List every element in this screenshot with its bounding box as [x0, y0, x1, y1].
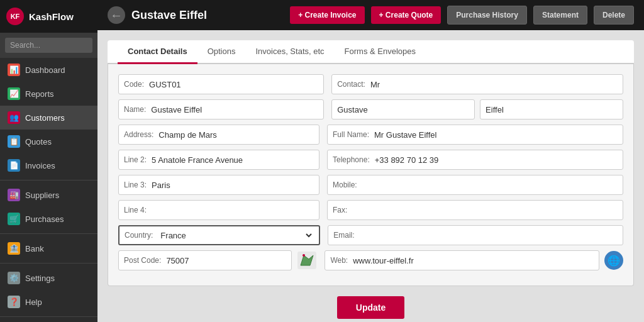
line2-label: Line 2:: [124, 155, 147, 164]
sidebar-item-settings[interactable]: ⚙️ Settings: [0, 266, 97, 290]
form-row-1: Code: GUST01 Contact: Mr: [118, 74, 623, 94]
sidebar-label-help: Help: [25, 297, 42, 307]
postcode-field: Post Code:: [118, 250, 292, 270]
sidebar-label-settings: Settings: [25, 274, 55, 283]
invoices-icon: 📄: [8, 159, 20, 172]
fullname-input[interactable]: [374, 130, 618, 140]
web-field: Web:: [325, 250, 599, 270]
delete-button[interactable]: Delete: [594, 6, 634, 25]
telephone-label: Telephone:: [333, 155, 370, 164]
map-button[interactable]: [297, 250, 317, 270]
divider-4: [0, 316, 97, 317]
sidebar-item-quotes[interactable]: 📋 Quotes: [0, 130, 97, 153]
settings-icon: ⚙️: [8, 272, 20, 284]
sidebar-label-dashboard: Dashboard: [25, 65, 65, 75]
main-content: ← Gustave Eiffel + Create Invoice + Crea…: [97, 0, 644, 322]
divider-1: [0, 180, 97, 180]
sidebar-item-invoices[interactable]: 📄 Invoices: [0, 153, 97, 177]
code-label: Code:: [124, 80, 144, 89]
purchase-history-button[interactable]: Purchase History: [447, 6, 527, 25]
sidebar-label-bank: Bank: [25, 244, 44, 253]
fullname-label: Full Name:: [333, 130, 369, 139]
form-row-3: Address: Full Name:: [118, 125, 623, 145]
line3-input[interactable]: [152, 180, 314, 190]
mobile-field: Mobile:: [327, 175, 623, 195]
bank-icon: 🏦: [8, 242, 20, 255]
lastname-input[interactable]: [486, 105, 618, 114]
sidebar-header: KF KashFlow: [0, 0, 97, 33]
code-field: Code: GUST01: [118, 74, 324, 94]
tab-options[interactable]: Options: [197, 40, 246, 64]
contact-field: Contact: Mr: [331, 74, 623, 94]
customers-icon: 👥: [8, 111, 20, 124]
telephone-input[interactable]: [375, 155, 618, 165]
line4-label: Line 4:: [124, 206, 147, 214]
firstname-field: [331, 99, 475, 119]
divider-3: [0, 263, 97, 264]
address-input[interactable]: [158, 130, 314, 140]
country-select[interactable]: France: [158, 230, 314, 241]
fax-input[interactable]: [352, 206, 618, 215]
line2-input[interactable]: [152, 155, 314, 165]
sidebar-item-reports[interactable]: 📈 Reports: [0, 82, 97, 106]
sidebar-label-customers: Customers: [25, 113, 65, 123]
globe-button[interactable]: 🌐: [604, 251, 623, 270]
name-input[interactable]: [151, 105, 318, 114]
mobile-label: Mobile:: [333, 180, 357, 189]
postcode-row: Post Code:: [118, 250, 317, 270]
form-card: Code: GUST01 Contact: Mr Name:: [108, 64, 634, 286]
sidebar-item-mycompany[interactable]: 👤 My Company: [0, 319, 97, 322]
form-row-7: Country: France Email:: [118, 225, 623, 245]
line3-field: Line 3:: [118, 175, 319, 195]
create-invoice-button[interactable]: + Create Invoice: [290, 6, 364, 24]
country-field: Country: France: [118, 225, 320, 245]
email-field: Email:: [328, 225, 623, 245]
sidebar-label-suppliers: Suppliers: [25, 191, 59, 200]
topbar: ← Gustave Eiffel + Create Invoice + Crea…: [97, 0, 644, 30]
form-row-5: Line 3: Mobile:: [118, 175, 623, 195]
create-quote-button[interactable]: + Create Quote: [371, 6, 441, 24]
quotes-icon: 📋: [8, 135, 20, 148]
sidebar-item-dashboard[interactable]: 📊 Dashboard: [0, 58, 97, 82]
sidebar-item-suppliers[interactable]: 🏭 Suppliers: [0, 183, 97, 207]
tab-contact-details[interactable]: Contact Details: [118, 40, 197, 64]
form-row-6: Line 4: Fax:: [118, 200, 623, 220]
web-input[interactable]: [353, 256, 594, 265]
line4-input[interactable]: [152, 206, 314, 215]
postcode-label: Post Code:: [124, 256, 161, 265]
email-input[interactable]: [360, 231, 618, 240]
app-logo: KF: [6, 8, 24, 25]
mobile-input[interactable]: [362, 180, 618, 190]
back-button[interactable]: ←: [108, 6, 125, 24]
postcode-input[interactable]: [166, 256, 286, 265]
sidebar-item-bank[interactable]: 🏦 Bank: [0, 236, 97, 260]
address-field: Address:: [118, 125, 319, 145]
fax-field: Fax:: [327, 200, 623, 220]
search-box: [0, 33, 97, 58]
help-icon: ❓: [8, 296, 20, 308]
name-split-row: [331, 99, 623, 119]
svg-point-2: [303, 254, 305, 257]
dashboard-icon: 📊: [8, 64, 20, 76]
code-value: GUST01: [149, 80, 318, 89]
web-label: Web:: [330, 256, 348, 265]
sidebar-label-quotes: Quotes: [25, 137, 52, 147]
suppliers-icon: 🏭: [8, 189, 20, 201]
name-label: Name:: [124, 105, 146, 114]
tab-forms-envelopes[interactable]: Forms & Envelopes: [335, 40, 426, 64]
update-button[interactable]: Update: [337, 296, 404, 319]
fax-label: Fax:: [333, 206, 347, 214]
telephone-field: Telephone:: [327, 150, 623, 170]
sidebar-item-purchases[interactable]: 🛒 Purchases: [0, 207, 97, 231]
sidebar-item-help[interactable]: ❓ Help: [0, 290, 97, 314]
firstname-input[interactable]: [337, 105, 469, 114]
sidebar: KF KashFlow 📊 Dashboard 📈 Reports 👥 Cust…: [0, 0, 97, 322]
sidebar-item-customers[interactable]: 👥 Customers: [0, 106, 97, 130]
tab-bar: Contact Details Options Invoices, Stats,…: [108, 40, 634, 64]
search-input[interactable]: [5, 38, 92, 53]
statement-button[interactable]: Statement: [533, 6, 587, 25]
contact-value: Mr: [370, 80, 618, 89]
reports-icon: 📈: [8, 87, 20, 100]
tab-invoices-stats[interactable]: Invoices, Stats, etc: [245, 40, 334, 64]
name-field: Name:: [118, 99, 324, 119]
